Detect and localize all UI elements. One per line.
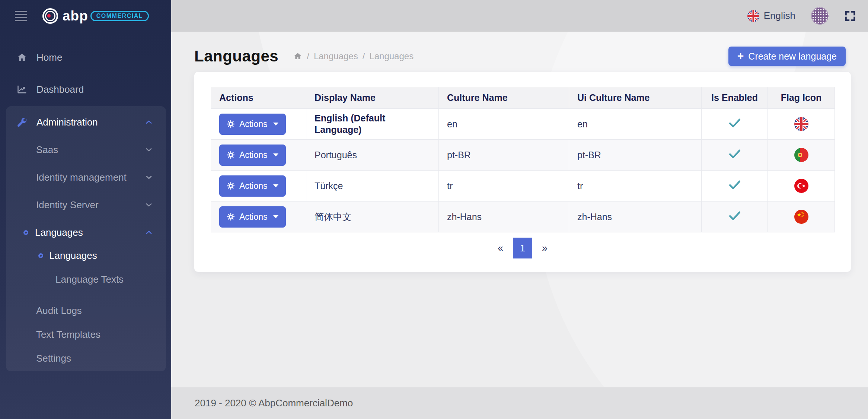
sidebar-item-label: Home — [36, 52, 62, 63]
row-actions-button[interactable]: Actions — [219, 114, 286, 135]
sidebar-item-label: Languages — [49, 250, 97, 261]
column-header-display-name: Display Name — [306, 87, 439, 109]
breadcrumb-home-icon[interactable] — [293, 52, 302, 61]
actions-button-label: Actions — [239, 212, 267, 222]
sidebar-item-language-texts[interactable]: Language Texts — [6, 270, 166, 289]
circle-dot-icon — [23, 230, 28, 235]
ui-culture-name-cell: zh-Hans — [569, 201, 702, 232]
brand-name: abp — [63, 8, 88, 24]
ui-culture-name-cell: en — [569, 109, 702, 140]
china-flag-icon — [794, 210, 808, 224]
sidebar-item-label: Language Texts — [55, 274, 124, 285]
check-icon — [729, 180, 741, 190]
circle-dot-icon — [38, 253, 43, 258]
pagination-prev-button[interactable]: « — [488, 238, 513, 258]
gear-icon — [227, 120, 235, 128]
sidebar-item-label: Audit Logs — [36, 305, 82, 317]
row-actions-button[interactable]: Actions — [219, 206, 286, 228]
sidebar-item-text-templates[interactable]: Text Templates — [6, 323, 166, 346]
footer: 2019 - 2020 © AbpCommercialDemo — [171, 387, 868, 419]
display-name-cell: English (Default Language) — [306, 109, 439, 140]
flag-icon-cell — [768, 171, 835, 201]
table-row: Actions English (Default Language) en en — [211, 109, 835, 140]
gear-icon — [227, 213, 235, 221]
administration-group: Administration Saas Identity management — [6, 106, 166, 371]
column-header-culture-name: Culture Name — [439, 87, 569, 109]
actions-cell: Actions — [211, 171, 306, 201]
is-enabled-cell — [702, 109, 768, 140]
table-row: Actions Türkçe tr tr — [211, 171, 835, 201]
app-root: abp COMMERCIAL Home Dashboard — [0, 0, 868, 419]
language-label: English — [764, 10, 795, 22]
portugal-flag-icon — [794, 148, 808, 162]
wrench-icon — [16, 117, 28, 127]
actions-cell: Actions — [211, 201, 306, 232]
actions-cell: Actions — [211, 140, 306, 171]
main-column: English Languages / Languages / Langua — [171, 0, 868, 419]
is-enabled-cell — [702, 201, 768, 232]
plus-icon: + — [737, 50, 744, 61]
sidebar-item-languages-child[interactable]: Languages — [6, 246, 166, 265]
sidebar-item-home[interactable]: Home — [0, 46, 171, 69]
chevron-down-icon — [144, 200, 153, 209]
user-avatar[interactable] — [811, 7, 829, 25]
fullscreen-icon[interactable] — [844, 10, 856, 22]
uk-flag-icon — [794, 117, 808, 131]
sidebar-item-label: Dashboard — [36, 84, 84, 95]
caret-down-icon — [273, 215, 278, 218]
pagination-page-1[interactable]: 1 — [513, 238, 532, 258]
flag-icon-cell — [768, 140, 835, 171]
sidebar-item-label: Saas — [36, 144, 58, 156]
table-header-row: Actions Display Name Culture Name Ui Cul… — [211, 87, 835, 109]
breadcrumb-separator: / — [307, 51, 309, 61]
pagination: « 1 » — [211, 232, 835, 258]
chevron-up-icon — [144, 228, 153, 237]
sidebar-item-languages[interactable]: Languages — [6, 221, 166, 244]
sidebar: abp COMMERCIAL Home Dashboard — [0, 0, 171, 419]
actions-button-label: Actions — [239, 150, 267, 160]
culture-name-cell: zh-Hans — [439, 201, 569, 232]
sidebar-item-saas[interactable]: Saas — [6, 138, 166, 161]
chart-line-icon — [16, 84, 28, 95]
ui-culture-name-cell: tr — [569, 171, 702, 201]
chevron-down-icon — [144, 173, 153, 182]
sidebar-item-identity-management[interactable]: Identity management — [6, 166, 166, 189]
column-header-flag-icon: Flag Icon — [768, 87, 835, 109]
language-selector[interactable]: English — [747, 10, 795, 22]
sidebar-item-label: Identity management — [36, 172, 127, 183]
sidebar-item-administration[interactable]: Administration — [6, 111, 166, 134]
sidebar-item-settings[interactable]: Settings — [6, 347, 166, 370]
check-icon — [729, 149, 741, 159]
copyright-text: 2019 - 2020 © AbpCommercialDemo — [195, 397, 353, 409]
check-icon — [729, 211, 741, 220]
languages-table: Actions Display Name Culture Name Ui Cul… — [211, 87, 835, 232]
row-actions-button[interactable]: Actions — [219, 145, 286, 166]
chevron-down-icon — [144, 145, 153, 154]
sidebar-item-identity-server[interactable]: Identity Server — [6, 193, 166, 216]
actions-cell: Actions — [211, 109, 306, 140]
actions-button-label: Actions — [239, 119, 267, 129]
column-header-is-enabled: Is Enabled — [702, 87, 768, 109]
caret-down-icon — [273, 184, 278, 187]
pagination-next-button[interactable]: » — [532, 238, 557, 258]
sidebar-item-label: Settings — [36, 353, 71, 364]
menu-toggle-icon[interactable] — [15, 11, 27, 21]
chevron-up-icon — [144, 118, 153, 127]
check-icon — [729, 118, 741, 128]
display-name-cell: Português — [306, 140, 439, 171]
flag-icon-cell — [768, 109, 835, 140]
create-new-language-button[interactable]: + Create new language — [728, 47, 846, 66]
sidebar-item-audit-logs[interactable]: Audit Logs — [6, 299, 166, 322]
uk-flag-icon — [747, 10, 759, 22]
brand-logo[interactable]: abp COMMERCIAL — [42, 8, 149, 24]
sidebar-item-dashboard[interactable]: Dashboard — [0, 78, 171, 101]
actions-button-label: Actions — [239, 181, 267, 191]
row-actions-button[interactable]: Actions — [219, 175, 286, 197]
culture-name-cell: en — [439, 109, 569, 140]
brand-badge: COMMERCIAL — [90, 11, 149, 21]
is-enabled-cell — [702, 140, 768, 171]
sidebar-item-label: Identity Server — [36, 199, 99, 211]
breadcrumb-item: Languages — [369, 51, 414, 61]
culture-name-cell: tr — [439, 171, 569, 201]
home-icon — [16, 52, 28, 63]
